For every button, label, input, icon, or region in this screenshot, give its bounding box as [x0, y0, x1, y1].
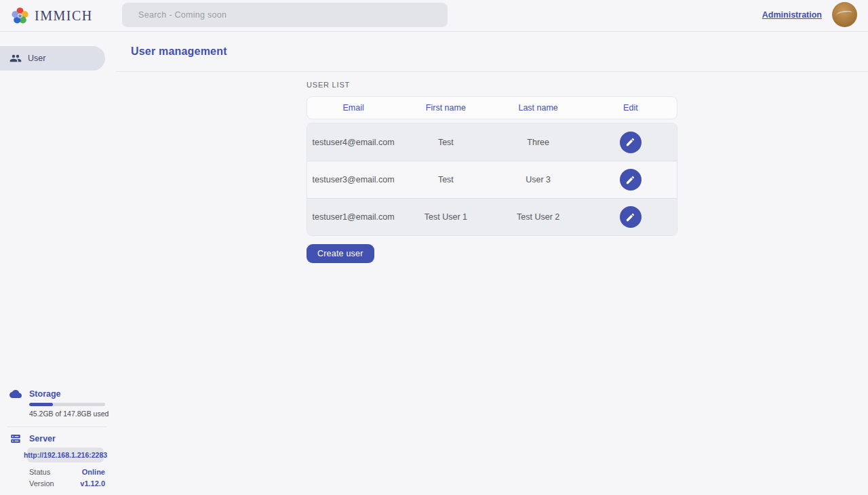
column-header-edit: Edit [585, 103, 677, 113]
table-row: testuser3@email.com Test User 3 [307, 161, 677, 198]
storage-usage-text: 45.2GB of 147.8GB used [29, 410, 108, 418]
edit-user-button[interactable] [620, 206, 642, 228]
immich-flower-logo-icon [11, 7, 29, 25]
cell-email: testuser1@email.com [307, 212, 399, 222]
cell-last-name: Test User 2 [492, 212, 585, 222]
create-user-button[interactable]: Create user [307, 244, 374, 263]
table-row: testuser1@email.com Test User 1 Test Use… [307, 198, 677, 235]
storage-section-header: Storage [0, 388, 61, 400]
server-status-label: Status [29, 468, 50, 476]
user-list-section: USER LIST Email First name Last name Edi… [307, 72, 677, 263]
edit-user-button[interactable] [620, 132, 642, 153]
column-header-first-name: First name [399, 103, 492, 113]
sidebar-divider [7, 427, 107, 427]
server-version-row: Version v1.12.0 [29, 479, 105, 488]
storage-title: Storage [29, 389, 61, 399]
search-input[interactable] [122, 3, 448, 27]
sidebar-status-panel: Storage 45.2GB of 147.8GB used Server ht… [0, 387, 116, 495]
user-list-label: USER LIST [307, 81, 677, 89]
sidebar-item-user-label: User [28, 54, 45, 63]
sidebar: User Storage 45.2GB of 147.8GB used S [0, 32, 116, 495]
cloud-icon [9, 388, 22, 400]
brand-name: IMMICH [35, 8, 93, 24]
page-title: User management [131, 45, 227, 58]
cell-email: testuser4@email.com [307, 138, 399, 147]
column-header-last-name: Last name [492, 103, 585, 113]
user-table-header: Email First name Last name Edit [307, 96, 677, 119]
server-icon [9, 433, 22, 445]
server-section-header: Server [0, 433, 56, 445]
user-avatar[interactable] [832, 2, 857, 27]
brand[interactable]: IMMICH [11, 0, 93, 32]
users-icon [9, 52, 22, 64]
cell-first-name: Test User 1 [399, 212, 492, 222]
cell-last-name: User 3 [492, 175, 585, 184]
server-status-row: Status Online [29, 467, 105, 477]
pencil-icon [625, 137, 635, 147]
pencil-icon [625, 175, 635, 185]
administration-link[interactable]: Administration [762, 10, 822, 20]
storage-progress-bar [29, 403, 105, 406]
storage-progress-fill [29, 403, 53, 406]
cell-last-name: Three [492, 138, 585, 147]
cell-first-name: Test [399, 175, 492, 184]
user-table-body: testuser4@email.com Test Three testuser3… [307, 123, 677, 236]
edit-user-button[interactable] [620, 169, 642, 191]
server-title: Server [29, 434, 56, 443]
cell-email: testuser3@email.com [307, 175, 399, 184]
main-header: User management [116, 32, 868, 72]
server-version-label: Version [29, 479, 54, 488]
sidebar-item-user[interactable]: User [0, 46, 105, 71]
column-header-email: Email [307, 103, 399, 113]
table-row: testuser4@email.com Test Three [307, 123, 677, 161]
main-content: User management USER LIST Email First na… [116, 32, 868, 495]
top-header: IMMICH Administration [0, 0, 868, 32]
server-url-badge: http://192.168.1.216:2283 [27, 448, 104, 462]
pencil-icon [625, 212, 635, 222]
server-version-value: v1.12.0 [80, 479, 105, 488]
server-status-value: Online [82, 468, 105, 476]
cell-first-name: Test [399, 138, 492, 147]
